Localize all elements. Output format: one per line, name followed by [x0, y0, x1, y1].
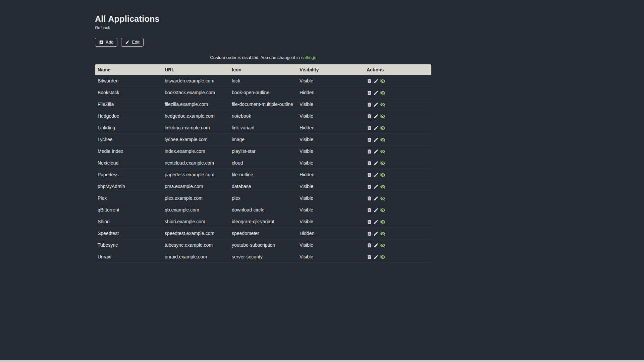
delete-icon [367, 196, 372, 201]
app-visibility: Hidden [297, 228, 364, 239]
app-icon-name: file-document-multiple-outline [229, 99, 297, 110]
delete-button[interactable] [367, 231, 372, 236]
edit-button[interactable] [373, 90, 379, 96]
visibility-toggle-button[interactable] [380, 78, 385, 84]
visibility-toggle-button[interactable] [380, 254, 385, 260]
visibility-toggle-button[interactable] [380, 184, 385, 189]
app-name: FileZilla [95, 99, 162, 110]
app-visibility: Visible [297, 204, 364, 216]
delete-button[interactable] [367, 196, 372, 201]
visibility-toggle-button[interactable] [380, 207, 385, 213]
delete-button[interactable] [367, 114, 372, 119]
visibility-toggle-icon [380, 102, 385, 107]
bottom-scrollbar[interactable] [0, 360, 644, 362]
visibility-toggle-button[interactable] [380, 172, 385, 178]
app-actions [364, 110, 431, 122]
page-title: All Applications [95, 14, 431, 24]
visibility-toggle-button[interactable] [380, 114, 385, 119]
app-name: Nextcloud [95, 157, 162, 169]
edit-button[interactable] [373, 149, 379, 154]
edit-icon [373, 207, 379, 213]
delete-button[interactable] [367, 90, 372, 96]
app-visibility: Visible [297, 110, 364, 122]
header-actions: Actions [364, 64, 431, 75]
app-visibility: Visible [297, 181, 364, 192]
edit-button[interactable] [373, 196, 379, 201]
visibility-toggle-button[interactable] [380, 102, 385, 107]
delete-button[interactable] [367, 78, 372, 84]
visibility-toggle-button[interactable] [380, 196, 385, 201]
visibility-toggle-button[interactable] [380, 125, 385, 131]
visibility-toggle-button[interactable] [380, 243, 385, 248]
app-visibility: Visible [297, 145, 364, 157]
delete-button[interactable] [367, 207, 372, 213]
app-url: unraid.example.com [162, 251, 229, 263]
go-back-link[interactable]: Go back [95, 25, 110, 30]
app-actions [364, 239, 431, 251]
edit-icon [373, 114, 379, 119]
app-url: shiori.example.com [162, 216, 229, 228]
visibility-toggle-icon [380, 196, 385, 201]
app-icon-name: link-variant [229, 122, 297, 134]
edit-button[interactable] [373, 114, 379, 119]
app-actions [364, 169, 431, 181]
edit-button[interactable] [373, 78, 379, 84]
delete-button[interactable] [367, 219, 372, 225]
delete-button[interactable] [367, 243, 372, 248]
header-url: URL [162, 64, 229, 75]
app-name: Paperless [95, 169, 162, 181]
visibility-toggle-button[interactable] [380, 90, 385, 96]
app-actions [364, 204, 431, 216]
app-name: Speedtest [95, 228, 162, 239]
edit-button[interactable] [373, 161, 379, 166]
edit-button[interactable] [373, 254, 379, 260]
edit-icon [373, 196, 379, 201]
delete-button[interactable] [367, 161, 372, 166]
app-actions [364, 192, 431, 204]
delete-button[interactable] [367, 254, 372, 260]
edit-icon [373, 231, 379, 236]
visibility-toggle-button[interactable] [380, 149, 385, 154]
app-name: Unraid [95, 251, 162, 263]
visibility-toggle-button[interactable] [380, 231, 385, 236]
delete-button[interactable] [367, 184, 372, 189]
app-visibility: Visible [297, 251, 364, 263]
edit-icon [373, 125, 379, 131]
table-row: Hedgedochedgedoc.example.comnotebookVisi… [95, 110, 431, 122]
visibility-toggle-button[interactable] [380, 219, 385, 225]
table-row: Unraidunraid.example.comserver-securityV… [95, 251, 431, 263]
app-name: Hedgedoc [95, 110, 162, 122]
app-visibility: Visible [297, 99, 364, 110]
settings-link[interactable]: settings [301, 55, 316, 60]
edit-button[interactable] [373, 184, 379, 189]
visibility-toggle-icon [380, 231, 385, 236]
app-actions [364, 216, 431, 228]
app-actions [364, 75, 431, 87]
edit-icon [373, 149, 379, 154]
delete-button[interactable] [367, 125, 372, 131]
app-name: phpMyAdmin [95, 181, 162, 192]
edit-button-toolbar[interactable]: Edit [121, 38, 143, 47]
visibility-toggle-button[interactable] [380, 137, 385, 142]
edit-button[interactable] [373, 172, 379, 178]
delete-button[interactable] [367, 102, 372, 107]
delete-button[interactable] [367, 149, 372, 154]
app-visibility: Visible [297, 75, 364, 87]
delete-button[interactable] [367, 137, 372, 142]
edit-button[interactable] [373, 231, 379, 236]
add-button[interactable]: Add [95, 38, 117, 47]
table-row: Media Indexindex.example.complaylist-sta… [95, 145, 431, 157]
edit-button[interactable] [373, 243, 379, 248]
delete-button[interactable] [367, 172, 372, 178]
edit-button[interactable] [373, 219, 379, 225]
edit-button[interactable] [373, 102, 379, 107]
edit-button[interactable] [373, 207, 379, 213]
app-url: filezilla.example.com [162, 99, 229, 110]
visibility-toggle-icon [380, 207, 385, 213]
edit-button[interactable] [373, 125, 379, 131]
table-header-row: Name URL Icon Visibility Actions [95, 64, 431, 75]
visibility-toggle-button[interactable] [380, 161, 385, 166]
delete-icon [367, 254, 372, 260]
edit-icon [373, 102, 379, 107]
edit-button[interactable] [373, 137, 379, 142]
